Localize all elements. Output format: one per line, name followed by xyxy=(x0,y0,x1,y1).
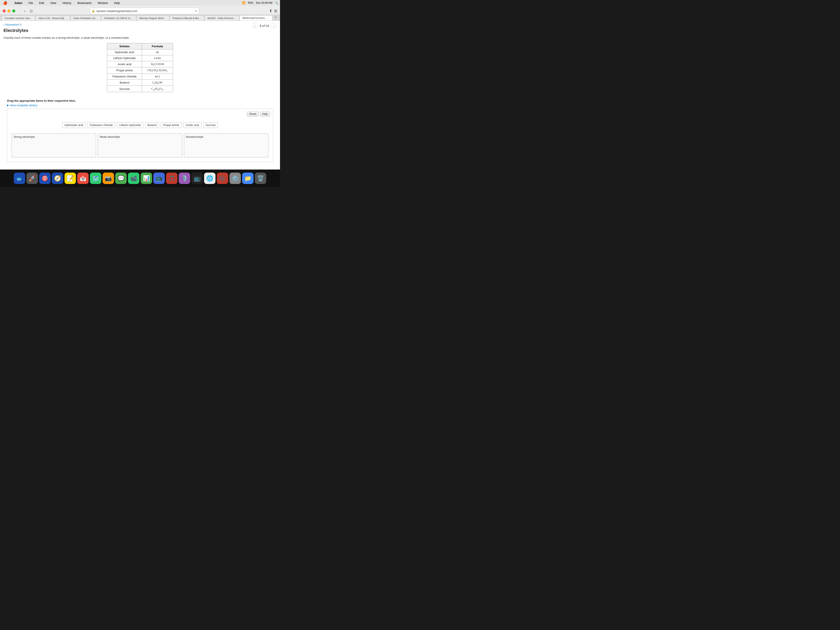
nonelectrolyte-label: Nonelectrolyte xyxy=(186,136,267,139)
page-content: ‹ Homework 5 ‹ 6 of 24 › Electrolytes Cl… xyxy=(0,21,280,169)
drop-zones: Strong electrolyte Weak electrolyte None… xyxy=(10,132,270,159)
address-text: session.masteringchemistry.com xyxy=(96,9,137,13)
tab-class-schedule[interactable]: Class Schedule Listing xyxy=(70,16,101,21)
tab-aleks[interactable]: ALEKS - Sofia Simmons... xyxy=(205,16,239,21)
formula-hydroiodic: HI xyxy=(142,49,173,55)
dock-music[interactable]: 🎵 xyxy=(166,172,177,184)
back-button[interactable]: ‹ xyxy=(20,9,23,13)
dock-keynote[interactable]: 📺 xyxy=(153,172,165,184)
menu-bookmarks[interactable]: Bookmarks xyxy=(76,1,93,5)
dock-podcasts[interactable]: 🎙️ xyxy=(179,172,190,184)
col-header-solutes: Solutes xyxy=(107,43,142,49)
dock-notes[interactable]: 📝 xyxy=(65,172,76,184)
col-header-formula: Formula xyxy=(142,43,173,49)
dock: 🐟 🚀 🎯 🧭 📝 📅 🗺️ 📷 💬 📹 📊 📺 🎵 🎙️ 📺 🌐 🎼 ⚙️ 📁… xyxy=(0,169,280,187)
drag-item-sucrose[interactable]: Sucrose xyxy=(203,122,218,128)
drop-zone-weak[interactable]: Weak electrolyte xyxy=(98,133,182,158)
new-tab-button[interactable]: + xyxy=(273,14,278,21)
table-row: Acetic acid H3CCOOH xyxy=(107,61,173,67)
formula-acetic: H3CCOOH xyxy=(142,61,173,67)
reset-button[interactable]: Reset xyxy=(247,112,259,116)
table-row: Sucrose C12H22O11 xyxy=(107,86,173,92)
table-row: Potassium chloride KCl xyxy=(107,74,173,79)
drag-item-lithium[interactable]: Lithium hydroxide xyxy=(117,122,143,128)
dock-photos[interactable]: 📷 xyxy=(103,172,114,184)
formula-potassium: KCl xyxy=(142,74,173,79)
battery-indicator: 50% xyxy=(248,1,253,5)
help-button[interactable]: Help xyxy=(260,112,270,116)
drag-item-acetic[interactable]: Acetic acid xyxy=(183,122,201,128)
menu-history[interactable]: History xyxy=(61,1,73,5)
drag-item-hydroiodic[interactable]: Hydroiodic acid xyxy=(62,122,85,128)
page-indicator: 6 of 24 xyxy=(260,24,269,28)
menu-help[interactable]: Help xyxy=(113,1,121,5)
dock-appletv[interactable]: 📺 xyxy=(191,172,203,184)
breadcrumb-link[interactable]: Homework 5 xyxy=(5,23,21,26)
table-row: Lithium hydroxide LiOH xyxy=(107,55,173,61)
reload-icon[interactable]: ↻ xyxy=(195,9,197,13)
drag-drop-container: Reset Help Hydroiodic acid Potassium chl… xyxy=(7,109,273,162)
dock-messages[interactable]: 💬 xyxy=(115,172,127,184)
pagination: ‹ 6 of 24 › xyxy=(252,23,276,28)
dock-calendar[interactable]: 📅 xyxy=(77,172,88,184)
share-icon[interactable]: ⬆ xyxy=(269,8,272,13)
apple-menu[interactable]: 🍎 xyxy=(2,0,9,5)
forward-button[interactable]: › xyxy=(23,9,26,13)
browser-tabs: Consider summer class... Inbox (13) - th… xyxy=(0,14,280,21)
next-page-button[interactable]: › xyxy=(271,23,276,28)
dock-trash[interactable]: 🗑️ xyxy=(255,172,266,184)
dock-finder2[interactable]: 📁 xyxy=(242,172,254,184)
table-row: Propyl amine CH3CH2CH2NH2 xyxy=(107,67,173,74)
drag-item-propyl[interactable]: Propyl amine xyxy=(161,122,182,128)
table-row: Hydroiodic acid HI xyxy=(107,49,173,55)
drop-zone-non[interactable]: Nonelectrolyte xyxy=(184,133,268,158)
search-icon[interactable]: 🔍 xyxy=(275,1,278,5)
dock-system-prefs[interactable]: ⚙️ xyxy=(229,172,241,184)
dock-siri[interactable]: 🎯 xyxy=(39,172,51,184)
solute-butanol: Butanol xyxy=(107,79,142,86)
back-arrow-icon: ‹ xyxy=(3,23,5,26)
solute-lithium: Lithium hydroxide xyxy=(107,55,142,61)
address-bar[interactable]: 🔒 session.masteringchemistry.com ↻ xyxy=(90,8,199,14)
tab-consider-summer[interactable]: Consider summer class... xyxy=(2,16,35,21)
problem-section: Classify each of these soluble solutes a… xyxy=(0,36,280,162)
dock-maps[interactable]: 🗺️ xyxy=(90,172,101,184)
solute-sucrose: Sucrose xyxy=(107,86,142,92)
hint-link[interactable]: ▶ View Available Hint(s) xyxy=(3,103,276,109)
menu-safari[interactable]: Safari xyxy=(13,1,24,5)
close-button[interactable] xyxy=(3,9,6,13)
menu-view[interactable]: View xyxy=(49,1,58,5)
tab-inbox[interactable]: Inbox (13) - thesym1@g... xyxy=(36,16,70,21)
formula-propyl: CH3CH2CH2NH2 xyxy=(142,67,173,74)
formula-lithium: LiOH xyxy=(142,55,173,61)
dock-facetime[interactable]: 📹 xyxy=(128,172,139,184)
tab-mastering-chemistry[interactable]: MasteringChemistry: H... xyxy=(240,15,272,21)
solute-potassium: Potassium chloride xyxy=(107,74,142,79)
formula-butanol: C4H9OH xyxy=(142,79,173,86)
hint-arrow-icon: ▶ xyxy=(7,104,9,107)
drag-item-butanol[interactable]: Butanol xyxy=(145,122,159,128)
dock-numbers[interactable]: 📊 xyxy=(141,172,152,184)
dock-itunes[interactable]: 🎼 xyxy=(217,172,228,184)
menu-window[interactable]: Window xyxy=(96,1,109,5)
menu-edit[interactable]: Edit xyxy=(38,1,45,5)
new-tab-icon[interactable]: ⊞ xyxy=(274,8,277,13)
tab-ellucian[interactable]: Ellucian Degree Works... xyxy=(136,16,169,21)
drag-item-potassium[interactable]: Potassium chloride xyxy=(87,122,115,128)
lock-icon: 🔒 xyxy=(92,9,95,13)
fullscreen-button[interactable] xyxy=(12,9,15,13)
weak-electrolyte-label: Weak electrolyte xyxy=(100,136,180,139)
dock-chrome[interactable]: 🌐 xyxy=(204,172,215,184)
tab-schedule-111[interactable]: Schedule 111.009 & 111... xyxy=(101,16,136,21)
dock-finder[interactable]: 🐟 xyxy=(14,172,25,184)
drag-drop-toolbar: Reset Help xyxy=(10,112,270,116)
wifi-icon: 📶 xyxy=(242,1,245,5)
sidebar-toggle-button[interactable]: ⊡ xyxy=(30,9,33,13)
menu-file[interactable]: File xyxy=(27,1,34,5)
dock-launchpad[interactable]: 🚀 xyxy=(27,172,38,184)
minimize-button[interactable] xyxy=(8,9,11,13)
tab-pearson[interactable]: Pearson's MyLab & Mas... xyxy=(170,16,204,21)
dock-safari[interactable]: 🧭 xyxy=(52,172,63,184)
drop-zone-strong[interactable]: Strong electrolyte xyxy=(12,133,96,158)
prev-page-button[interactable]: ‹ xyxy=(252,23,258,28)
